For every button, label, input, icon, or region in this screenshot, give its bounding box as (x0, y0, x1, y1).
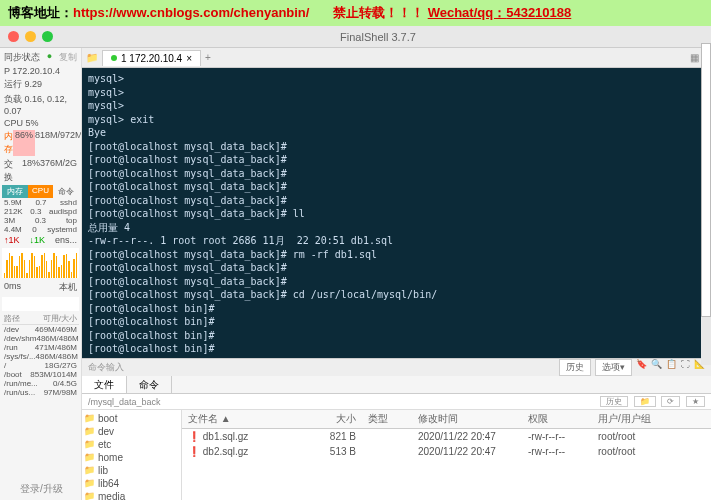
tree-item[interactable]: lib64 (84, 477, 179, 490)
folder-tree[interactable]: bootdevetchomeliblib64mediamntmysql_data… (82, 410, 182, 500)
status-sidebar: 同步状态 ● 复制 P 172.20.10.4 运行 9.29 负载 0.16,… (0, 48, 82, 500)
session-tabbar: 📁 1 172.20.10.4 × + ▦ ▾ (82, 48, 711, 68)
refresh-icon[interactable]: ⟳ (661, 396, 680, 407)
path-input[interactable]: /mysql_data_back (88, 397, 161, 407)
file-row[interactable]: ❗ db2.sql.gz513 B2020/11/22 20:47-rw-r--… (182, 444, 711, 459)
tree-item[interactable]: etc (84, 438, 179, 451)
add-tab-icon[interactable]: + (205, 52, 211, 63)
tree-item[interactable]: lib (84, 464, 179, 477)
process-list: 5.9M0.7sshd212K0.3audispd3M0.3top4.4M0sy… (2, 198, 79, 234)
file-row[interactable]: ❗ db1.sql.gz821 B2020/11/22 20:47-rw-r--… (182, 429, 711, 444)
folder-icon[interactable]: 📁 (86, 52, 98, 63)
close-icon[interactable] (8, 31, 19, 42)
history-button[interactable]: 历史 (559, 359, 591, 376)
file-panel-tabs[interactable]: 文件 命令 (82, 376, 711, 394)
window-titlebar: FinalShell 3.7.7 (0, 26, 711, 48)
command-input[interactable]: 命令输入 (88, 361, 124, 374)
terminal[interactable]: mysql> mysql> mysql> mysql> exit Bye [ro… (82, 68, 711, 358)
network-sparkline (2, 248, 79, 278)
star-icon[interactable]: ★ (686, 396, 705, 407)
search-icon[interactable]: 🔍 (651, 359, 662, 376)
tree-item[interactable]: dev (84, 425, 179, 438)
folder-icon[interactable]: 📁 (634, 396, 656, 407)
session-tab[interactable]: 1 172.20.10.4 × (102, 50, 201, 66)
tree-item[interactable]: home (84, 451, 179, 464)
blog-banner: 博客地址：https://www.cnblogs.com/chenyanbin/… (0, 0, 711, 26)
window-title: FinalShell 3.7.7 (53, 31, 703, 43)
minimize-icon[interactable] (25, 31, 36, 42)
blog-url[interactable]: https://www.cnblogs.com/chenyanbin/ (73, 5, 309, 20)
bookmark-icon[interactable]: 🔖 (636, 359, 647, 376)
history-button[interactable]: 历史 (600, 396, 628, 407)
maximize-icon[interactable] (42, 31, 53, 42)
expand-icon[interactable]: ⛶ (681, 359, 690, 376)
ping-sparkline (2, 297, 79, 311)
path-bar: /mysql_data_back 历史 📁 ⟳ ★ (82, 394, 711, 410)
tree-item[interactable]: boot (84, 412, 179, 425)
terminal-footer: 命令输入 历史 选项▾ 🔖 🔍 📋 ⛶ 📐 (82, 358, 711, 376)
copy-icon[interactable]: 📋 (666, 359, 677, 376)
login-link[interactable]: 登录/升级 (20, 482, 63, 496)
close-tab-icon[interactable]: × (186, 53, 192, 64)
tree-item[interactable]: media (84, 490, 179, 500)
options-button[interactable]: 选项▾ (595, 359, 632, 376)
scrollbar[interactable] (701, 43, 711, 365)
file-list[interactable]: 文件名 ▲ 大小 类型 修改时间 权限 用户/用户组 ❗ db1.sql.gz8… (182, 410, 711, 500)
status-dot-icon (111, 55, 117, 61)
sidebar-tabs[interactable]: 内存CPU命令 (2, 185, 79, 198)
